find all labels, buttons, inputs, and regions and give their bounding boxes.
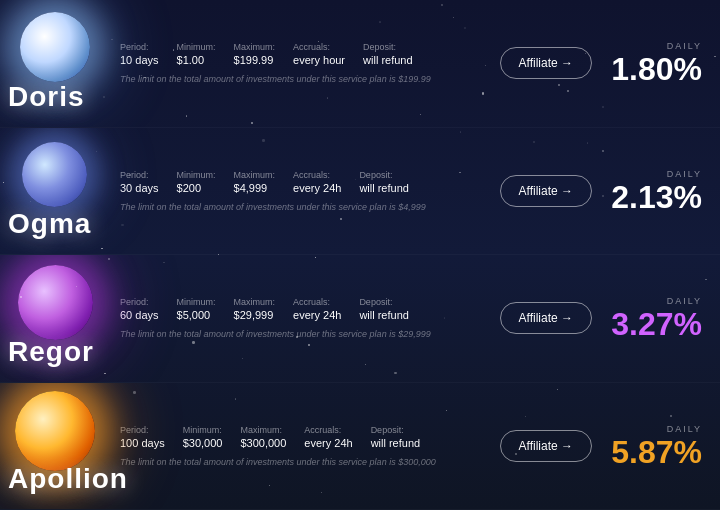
stat-minimum-doris: Minimum: $1.00 [177,42,216,66]
daily-rate-ogma: DAILY 2.13% [610,169,720,213]
stat-accruals-ogma: Accruals: every 24h [293,170,341,194]
plan-stats-regor: Period: 60 days Minimum: $5,000 Maximum:… [120,297,474,321]
planet-name-ogma: Ogma [8,208,91,240]
daily-value-ogma: 2.13% [610,181,702,213]
stat-maximum-ogma: Maximum: $4,999 [234,170,276,194]
planet-apollion [15,391,95,471]
plan-card-apollion: Apollion Period: 100 days Minimum: $30,0… [0,383,720,511]
planet-area-apollion: Apollion [0,383,120,510]
stat-maximum-apollion: Maximum: $300,000 [240,425,286,449]
stat-minimum-ogma: Minimum: $200 [177,170,216,194]
daily-rate-regor: DAILY 3.27% [610,296,720,340]
plan-limit-apollion: The limit on the total amount of investm… [120,457,474,467]
affiliate-button-apollion[interactable]: Affiliate → [500,430,592,462]
affiliate-button-doris[interactable]: Affiliate → [500,47,592,79]
stat-period-regor: Period: 60 days [120,297,159,321]
affiliate-button-regor[interactable]: Affiliate → [500,302,592,334]
planet-area-regor: Regor [0,255,120,382]
plan-stats-ogma: Period: 30 days Minimum: $200 Maximum: $… [120,170,474,194]
daily-label-apollion: DAILY [610,424,702,434]
daily-value-apollion: 5.87% [610,436,702,468]
stat-deposit-doris: Deposit: will refund [363,42,413,66]
planet-area-ogma: Ogma [0,128,120,255]
planet-name-doris: Doris [8,81,85,113]
planet-ogma [22,142,87,207]
stat-minimum-regor: Minimum: $5,000 [177,297,216,321]
plan-limit-ogma: The limit on the total amount of investm… [120,202,474,212]
daily-value-doris: 1.80% [610,53,702,85]
plan-card-regor: Regor Period: 60 days Minimum: $5,000 Ma… [0,255,720,383]
stat-maximum-doris: Maximum: $199.99 [234,42,276,66]
plan-info-apollion: Period: 100 days Minimum: $30,000 Maximu… [120,415,482,477]
plan-info-doris: Period: 10 days Minimum: $1.00 Maximum: … [120,32,482,94]
stat-minimum-apollion: Minimum: $30,000 [183,425,223,449]
daily-rate-apollion: DAILY 5.87% [610,424,720,468]
planet-name-regor: Regor [8,336,94,368]
daily-label-ogma: DAILY [610,169,702,179]
plan-stats-apollion: Period: 100 days Minimum: $30,000 Maximu… [120,425,474,449]
affiliate-label-doris: Affiliate → [519,56,573,70]
plan-info-regor: Period: 60 days Minimum: $5,000 Maximum:… [120,287,482,349]
plan-stats-doris: Period: 10 days Minimum: $1.00 Maximum: … [120,42,474,66]
stat-period-ogma: Period: 30 days [120,170,159,194]
planet-doris [20,12,90,82]
stat-period-apollion: Period: 100 days [120,425,165,449]
stat-period-doris: Period: 10 days [120,42,159,66]
daily-label-regor: DAILY [610,296,702,306]
plan-card-doris: Doris Period: 10 days Minimum: $1.00 Max… [0,0,720,128]
stat-deposit-regor: Deposit: will refund [359,297,409,321]
affiliate-label-apollion: Affiliate → [519,439,573,453]
plan-info-ogma: Period: 30 days Minimum: $200 Maximum: $… [120,160,482,222]
daily-label-doris: DAILY [610,41,702,51]
affiliate-label-ogma: Affiliate → [519,184,573,198]
planet-area-doris: Doris [0,0,120,127]
plan-card-ogma: Ogma Period: 30 days Minimum: $200 Maxim… [0,128,720,256]
planet-regor [18,265,93,340]
planet-name-apollion: Apollion [8,463,128,495]
plan-limit-doris: The limit on the total amount of investm… [120,74,474,84]
plans-container: Doris Period: 10 days Minimum: $1.00 Max… [0,0,720,510]
stat-accruals-apollion: Accruals: every 24h [304,425,352,449]
stat-deposit-apollion: Deposit: will refund [371,425,421,449]
affiliate-button-ogma[interactable]: Affiliate → [500,175,592,207]
affiliate-label-regor: Affiliate → [519,311,573,325]
stat-accruals-doris: Accruals: every hour [293,42,345,66]
stat-accruals-regor: Accruals: every 24h [293,297,341,321]
stat-deposit-ogma: Deposit: will refund [359,170,409,194]
stat-maximum-regor: Maximum: $29,999 [234,297,276,321]
daily-rate-doris: DAILY 1.80% [610,41,720,85]
daily-value-regor: 3.27% [610,308,702,340]
plan-limit-regor: The limit on the total amount of investm… [120,329,474,339]
